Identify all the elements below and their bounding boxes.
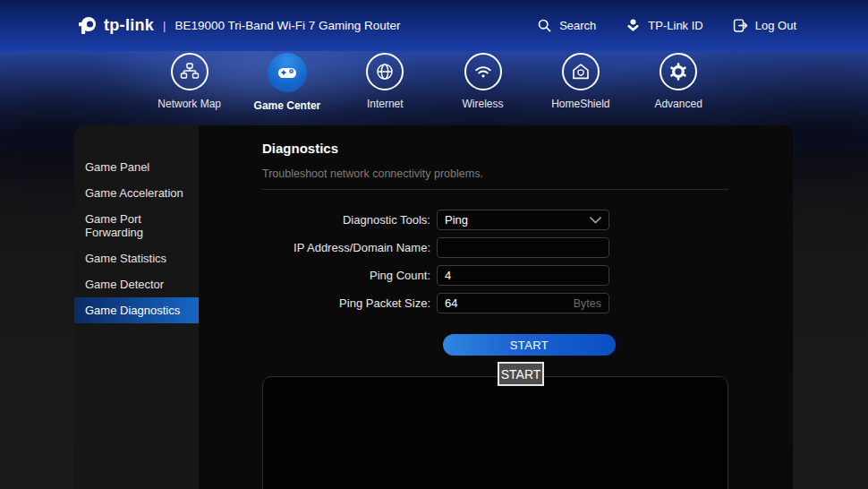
advanced-gear-icon xyxy=(660,53,697,90)
nav-item-network-map[interactable]: Network Map xyxy=(140,51,238,112)
start-button[interactable]: START xyxy=(443,334,616,356)
router-model-title: BE19000 Tri-Band Wi-Fi 7 Gaming Router xyxy=(174,19,400,32)
search-icon xyxy=(536,17,553,34)
diagnostics-form: Diagnostic Tools: Ping IP Address/Domain… xyxy=(199,210,793,321)
router-admin-screen: tp-link | BE19000 Tri-Band Wi-Fi 7 Gamin… xyxy=(0,0,868,489)
cursor-tooltip: START xyxy=(498,362,544,386)
tp-link-logo-icon xyxy=(76,15,98,37)
network-map-icon xyxy=(171,53,208,90)
internet-icon xyxy=(366,53,404,90)
tplink-id-user-icon xyxy=(625,17,642,34)
wireless-icon xyxy=(464,53,502,90)
homeshield-icon xyxy=(562,53,600,90)
ip-address-row: IP Address/Domain Name: xyxy=(199,237,793,258)
sidebar-item-game-port-forwarding[interactable]: Game Port Forwarding xyxy=(74,206,199,245)
game-center-icon xyxy=(268,53,307,92)
sidebar-item-label: Game Detector xyxy=(85,278,164,291)
search-label: Search xyxy=(559,19,596,32)
logout-icon xyxy=(732,17,749,34)
search-button[interactable]: Search xyxy=(536,17,596,34)
ping-count-field-wrap xyxy=(437,265,609,286)
ping-packet-size-label: Ping Packet Size: xyxy=(199,296,437,310)
logout-label: Log Out xyxy=(755,19,796,32)
ping-count-row: Ping Count: xyxy=(199,265,793,286)
diagnostic-tools-select[interactable]: Ping xyxy=(437,210,609,230)
brand: tp-link | BE19000 Tri-Band Wi-Fi 7 Gamin… xyxy=(76,15,401,37)
logout-button[interactable]: Log Out xyxy=(732,17,796,34)
nav-label: Game Center xyxy=(254,99,321,112)
ping-count-label: Ping Count: xyxy=(199,269,437,282)
page-title: Diagnostics xyxy=(262,141,338,156)
diagnostics-content: Diagnostics Troubleshoot network connect… xyxy=(199,125,793,489)
ip-address-field-wrap xyxy=(437,237,609,258)
top-bar: tp-link | BE19000 Tri-Band Wi-Fi 7 Gamin… xyxy=(0,0,868,51)
sidebar-item-label: Game Statistics xyxy=(85,252,166,265)
tplink-id-label: TP-Link ID xyxy=(648,19,702,32)
ping-packet-size-input[interactable] xyxy=(438,294,608,313)
nav-item-internet[interactable]: Internet xyxy=(336,51,434,112)
nav-item-game-center[interactable]: Game Center xyxy=(238,51,336,112)
nav-label: HomeShield xyxy=(551,98,609,110)
diagnostics-output[interactable] xyxy=(262,376,728,489)
sidebar-item-game-diagnostics[interactable]: Game Diagnostics xyxy=(74,297,199,323)
ip-address-label: IP Address/Domain Name: xyxy=(199,241,437,254)
top-bar-actions: Search TP-Link ID Log Ou xyxy=(536,0,796,51)
section-divider xyxy=(262,189,728,190)
nav-label: Wireless xyxy=(463,98,504,110)
nav-item-homeshield[interactable]: HomeShield xyxy=(532,51,629,112)
ip-address-input[interactable] xyxy=(438,238,608,257)
game-center-panel: Game Panel Game Acceleration Game Port F… xyxy=(74,125,793,489)
nav-label: Advanced xyxy=(654,98,702,110)
sidebar-item-label: Game Acceleration xyxy=(85,186,183,200)
diagnostic-tools-value: Ping xyxy=(445,213,468,227)
tplink-id-button[interactable]: TP-Link ID xyxy=(625,17,702,34)
ping-count-input[interactable] xyxy=(438,266,608,285)
sidebar-item-game-panel[interactable]: Game Panel xyxy=(74,154,199,180)
main-nav: Network Map Game Center Int xyxy=(140,51,728,112)
nav-label: Internet xyxy=(367,98,404,110)
sidebar-item-game-detector[interactable]: Game Detector xyxy=(74,271,199,297)
sidebar-item-game-acceleration[interactable]: Game Acceleration xyxy=(74,180,199,206)
game-center-sidebar: Game Panel Game Acceleration Game Port F… xyxy=(74,125,199,489)
sidebar-item-label: Game Panel xyxy=(85,160,149,174)
sidebar-item-label: Game Diagnostics xyxy=(85,304,180,317)
sidebar-item-game-statistics[interactable]: Game Statistics xyxy=(74,245,199,271)
ping-packet-size-field-wrap: Bytes xyxy=(437,293,609,313)
sidebar-item-label: Game Port Forwarding xyxy=(85,212,143,239)
diagnostic-tools-label: Diagnostic Tools: xyxy=(199,213,437,227)
diagnostic-tools-row: Diagnostic Tools: Ping xyxy=(199,210,793,230)
nav-item-wireless[interactable]: Wireless xyxy=(434,51,532,112)
brand-name: tp-link xyxy=(104,16,154,35)
chevron-down-icon xyxy=(590,217,601,224)
nav-item-advanced[interactable]: Advanced xyxy=(629,51,727,112)
page-subtitle: Troubleshoot network connectivity proble… xyxy=(262,167,483,180)
ping-packet-size-row: Ping Packet Size: Bytes xyxy=(199,293,793,313)
nav-label: Network Map xyxy=(157,98,221,110)
title-separator: | xyxy=(163,19,166,32)
